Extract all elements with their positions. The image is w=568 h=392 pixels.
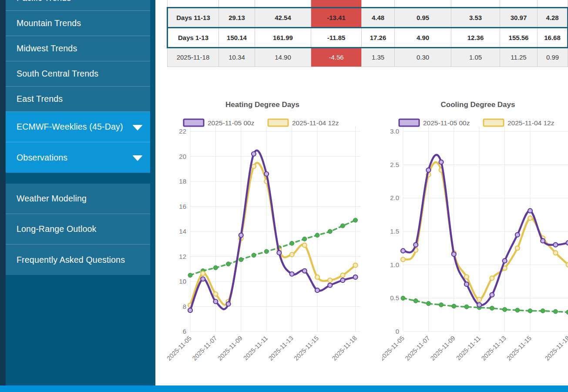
svg-text:8: 8 xyxy=(183,303,186,310)
sidebar-item-label: South Central Trends xyxy=(17,69,98,79)
row-label-cell: Days 11-13 xyxy=(168,7,219,27)
sidebar-item-label: Pacific Trends xyxy=(17,0,71,3)
value-cell: 1.29 xyxy=(538,0,568,7)
svg-text:1.5: 1.5 xyxy=(390,228,399,235)
row-label-cell: 2025-11-18 xyxy=(168,47,219,67)
value-cell: 0.32 xyxy=(395,0,451,7)
svg-text:2025-11-07: 2025-11-07 xyxy=(404,335,431,362)
svg-text:2025-11-13: 2025-11-13 xyxy=(480,335,508,362)
sidebar-primary-menu: Pacific TrendsMountain TrendsMidwest Tre… xyxy=(6,0,150,173)
svg-text:2025-11-11: 2025-11-11 xyxy=(242,335,269,362)
sidebar-item-pacific-trends[interactable]: Pacific Trends xyxy=(6,0,150,11)
chevron-down-icon xyxy=(132,155,143,161)
chart-title: Cooling Degree Days xyxy=(441,101,515,109)
svg-text:2025-11-09: 2025-11-09 xyxy=(216,335,244,362)
svg-text:10: 10 xyxy=(179,278,186,285)
value-cell: 16.68 xyxy=(538,27,568,47)
svg-text:2025-11-15: 2025-11-15 xyxy=(292,335,320,362)
value-cell: 3.53 xyxy=(451,7,500,27)
svg-text:2025-11-13: 2025-11-13 xyxy=(267,335,295,362)
sidebar-item-label: Long-Range Outlook xyxy=(17,224,97,234)
value-cell: 0.95 xyxy=(395,7,451,27)
sidebar-item-label: ECMWF-Weeklies (45-Day) xyxy=(17,122,123,132)
value-cell: 29.13 xyxy=(219,7,255,27)
sidebar-item-label: Midwest Trends xyxy=(17,44,77,54)
value-cell: 42.54 xyxy=(255,7,311,27)
value-cell: 4.28 xyxy=(538,7,568,27)
svg-text:2025-11-05 00z: 2025-11-05 00z xyxy=(208,119,254,127)
row-label-cell: 2025-11-17 xyxy=(168,0,219,7)
svg-text:22: 22 xyxy=(179,127,186,135)
svg-text:3.0: 3.0 xyxy=(390,127,399,135)
sidebar-item-observations[interactable]: Observations xyxy=(6,142,150,173)
value-cell: -4.56 xyxy=(311,47,362,67)
value-cell: 1.32 xyxy=(362,0,395,7)
chevron-down-icon xyxy=(132,125,143,131)
sidebar-item-label: Mountain Trends xyxy=(17,18,81,28)
sidebar-item-weather-modeling[interactable]: Weather Modeling xyxy=(6,184,150,214)
value-cell: 30.97 xyxy=(500,7,538,27)
value-cell: 1.01 xyxy=(451,0,500,7)
svg-text:0.5: 0.5 xyxy=(390,294,399,302)
value-cell: 4.48 xyxy=(362,7,395,27)
value-cell: 10.34 xyxy=(219,47,255,67)
svg-text:12: 12 xyxy=(179,253,186,260)
value-cell: 155.56 xyxy=(500,27,538,47)
sidebar-edge-strip xyxy=(0,0,6,385)
svg-text:2025-11-15: 2025-11-15 xyxy=(505,335,533,362)
value-cell: 11.25 xyxy=(500,47,538,67)
main-content: 2025-11-1710.1414.34-4.401.320.321.0110.… xyxy=(155,0,568,385)
sidebar-item-east-trends[interactable]: East Trends xyxy=(6,87,150,112)
svg-text:6: 6 xyxy=(183,328,186,335)
sidebar-item-mountain-trends[interactable]: Mountain Trends xyxy=(6,11,150,36)
svg-text:2025-11-18: 2025-11-18 xyxy=(331,335,358,362)
sidebar-item-long-range-outlook[interactable]: Long-Range Outlook xyxy=(6,214,150,245)
svg-text:2025-11-18: 2025-11-18 xyxy=(544,335,568,362)
table-row: Days 11-1329.1342.54-13.414.480.953.5330… xyxy=(168,7,568,27)
table-row: 2025-11-1710.1414.34-4.401.320.321.0110.… xyxy=(168,0,568,7)
value-cell: 4.90 xyxy=(395,27,451,47)
heating-degree-days-chart: 68101214161820222025-11-052025-11-072025… xyxy=(167,100,360,381)
svg-text:18: 18 xyxy=(179,178,186,185)
value-cell: 10.34 xyxy=(500,0,538,7)
svg-text:20: 20 xyxy=(179,153,186,160)
sidebar-item-ecmwf-weeklies-45-day[interactable]: ECMWF-Weeklies (45-Day) xyxy=(6,112,150,142)
sidebar-item-south-central-trends[interactable]: South Central Trends xyxy=(6,61,150,87)
sidebar-item-midwest-trends[interactable]: Midwest Trends xyxy=(6,36,150,61)
svg-text:2025-11-04 12z: 2025-11-04 12z xyxy=(292,119,339,127)
value-cell: -4.40 xyxy=(311,0,362,7)
value-cell: 14.34 xyxy=(255,0,311,7)
cooling-degree-days-chart: 00.51.01.52.02.53.02025-11-052025-11-072… xyxy=(382,100,568,381)
svg-text:2025-11-05 00z: 2025-11-05 00z xyxy=(423,119,470,127)
sidebar-secondary-menu: Weather ModelingLong-Range OutlookFreque… xyxy=(6,184,150,275)
sidebar-item-label: Observations xyxy=(17,153,67,163)
table-row: Days 1-13150.14161.99-11.8517.264.9012.3… xyxy=(168,27,568,47)
chart-title: Heating Degree Days xyxy=(225,101,299,109)
svg-text:2025-11-07: 2025-11-07 xyxy=(191,335,218,362)
sidebar: Pacific TrendsMountain TrendsMidwest Tre… xyxy=(0,0,155,385)
value-cell: 161.99 xyxy=(255,27,311,47)
chart-legend: 2025-11-05 00z2025-11-04 12z xyxy=(184,119,339,127)
value-cell: -11.85 xyxy=(311,27,362,47)
value-cell: 1.05 xyxy=(451,47,500,67)
svg-text:2025-11-05: 2025-11-05 xyxy=(382,335,406,362)
row-label-cell: Days 1-13 xyxy=(168,27,219,47)
svg-text:14: 14 xyxy=(179,228,186,235)
svg-text:2025-11-11: 2025-11-11 xyxy=(455,335,482,362)
svg-text:2025-11-04 12z: 2025-11-04 12z xyxy=(508,119,554,127)
sidebar-item-label: East Trends xyxy=(17,94,63,104)
table-row: 2025-11-1810.3414.90-4.561.350.301.0511.… xyxy=(168,47,568,67)
value-cell: 14.90 xyxy=(255,47,311,67)
sidebar-item-frequently-asked-questions[interactable]: Frequently Asked Questions xyxy=(6,245,150,275)
sidebar-item-label: Frequently Asked Questions xyxy=(17,255,125,265)
value-cell: 0.99 xyxy=(538,47,568,67)
svg-text:2.5: 2.5 xyxy=(390,161,399,168)
svg-text:1.0: 1.0 xyxy=(390,261,399,268)
svg-text:2025-11-09: 2025-11-09 xyxy=(429,335,457,362)
value-cell: 0.30 xyxy=(395,47,451,67)
footer-bar xyxy=(0,385,568,392)
value-cell: 12.36 xyxy=(451,27,500,47)
sidebar-item-label: Weather Modeling xyxy=(17,194,87,204)
svg-text:0: 0 xyxy=(396,328,399,335)
svg-text:2025-11-05: 2025-11-05 xyxy=(167,335,193,362)
